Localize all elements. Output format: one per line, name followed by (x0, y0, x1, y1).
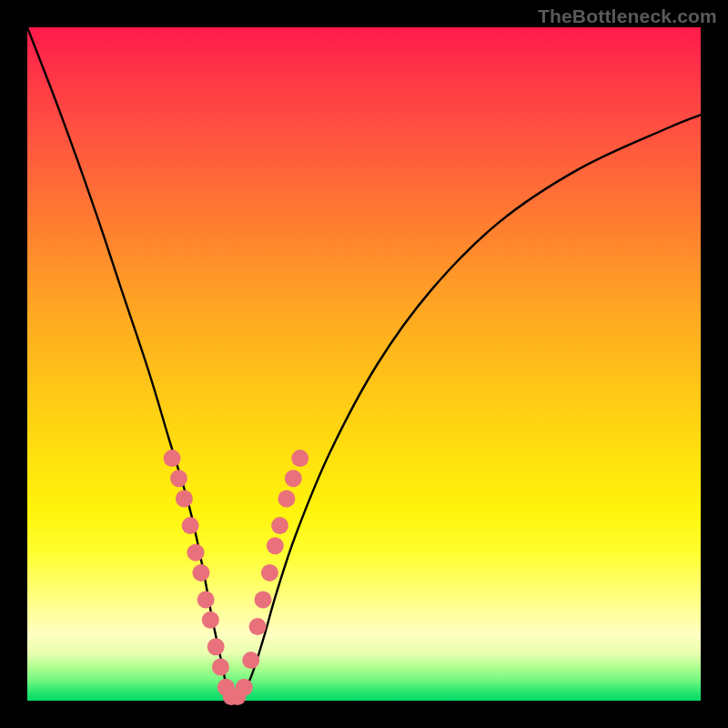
curve-marker (170, 470, 187, 487)
curve-marker (202, 612, 219, 629)
curve-marker (197, 592, 215, 609)
curve-marker (176, 490, 193, 508)
curve-marker (278, 490, 295, 508)
curve-marker (249, 618, 267, 635)
curve-marker (242, 652, 259, 669)
curve-marker (182, 517, 199, 534)
curve-marker (212, 659, 229, 676)
curve-marker (207, 638, 225, 655)
curve-marker (164, 450, 181, 467)
curve-marker (271, 517, 288, 534)
watermark-text: TheBottleneck.com (538, 5, 717, 27)
curve-marker (267, 537, 284, 554)
curve-marker (261, 564, 278, 581)
curve-marker (291, 450, 308, 467)
chart-svg (27, 27, 701, 701)
curve-marker (187, 544, 205, 561)
curve-marker (192, 564, 209, 581)
curve-markers (164, 450, 309, 705)
chart-frame: TheBottleneck.com (0, 0, 728, 728)
bottleneck-curve (27, 27, 701, 704)
curve-marker (236, 679, 253, 696)
curve-marker (255, 592, 272, 609)
plot-area (27, 27, 701, 701)
curve-marker (285, 470, 302, 487)
